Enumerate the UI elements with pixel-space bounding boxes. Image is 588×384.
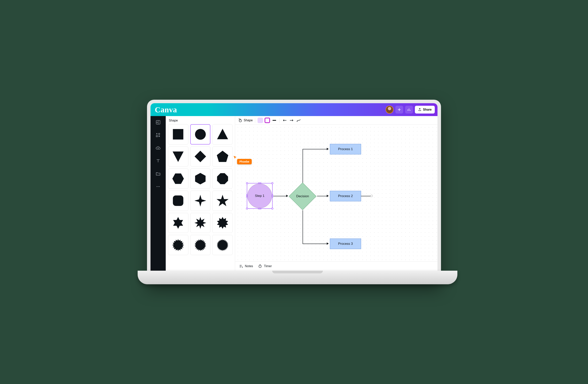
shape-tool[interactable]: Shape bbox=[238, 117, 253, 123]
svg-marker-19 bbox=[194, 217, 206, 229]
node-step1[interactable]: Step 1 bbox=[247, 184, 272, 208]
node-decision[interactable]: Decision bbox=[288, 182, 317, 211]
share-button[interactable]: Share bbox=[415, 106, 435, 114]
folder-icon bbox=[156, 171, 161, 176]
connection-endpoint[interactable] bbox=[370, 195, 373, 197]
rail-elements[interactable] bbox=[155, 133, 161, 138]
burst-24-icon bbox=[216, 239, 229, 251]
square-icon bbox=[171, 128, 185, 141]
svg-marker-12 bbox=[172, 173, 184, 184]
circle-icon bbox=[194, 128, 207, 141]
pentagon-icon bbox=[216, 150, 229, 163]
node-process1-label: Process 1 bbox=[338, 147, 353, 151]
line-end-arrow[interactable] bbox=[289, 118, 294, 123]
shape-tool-icon bbox=[238, 118, 242, 122]
rail-more[interactable] bbox=[155, 184, 161, 189]
brand-logo[interactable]: Canva bbox=[155, 105, 177, 114]
node-process3-label: Process 3 bbox=[338, 242, 353, 246]
share-label: Share bbox=[423, 108, 432, 111]
templates-icon bbox=[156, 120, 161, 125]
shape-option-triangle-down[interactable] bbox=[168, 146, 188, 167]
node-step1-selection[interactable]: Step 1 bbox=[247, 183, 273, 209]
rail-projects[interactable] bbox=[155, 171, 161, 176]
edge-to-process3[interactable] bbox=[303, 244, 328, 244]
shape-option-star-5[interactable] bbox=[212, 191, 232, 211]
edge-to-process2[interactable] bbox=[317, 196, 328, 196]
svg-marker-22 bbox=[194, 239, 206, 251]
add-button[interactable] bbox=[395, 106, 403, 114]
fill-color-swatch[interactable] bbox=[257, 118, 263, 123]
canvas[interactable]: Phoebe Step 1 Decision bbox=[235, 125, 438, 261]
svg-marker-23 bbox=[217, 239, 228, 251]
shape-option-burst-10[interactable] bbox=[212, 213, 232, 233]
more-icon bbox=[156, 184, 161, 189]
avatar[interactable] bbox=[386, 106, 393, 114]
shape-option-hexagon-pointy[interactable] bbox=[190, 169, 210, 189]
rounded-square-icon bbox=[171, 194, 185, 207]
shape-option-star-4[interactable] bbox=[190, 191, 210, 211]
edge-decision-vertical[interactable] bbox=[303, 149, 303, 183]
node-process3[interactable]: Process 3 bbox=[330, 239, 361, 249]
star-6-icon bbox=[171, 216, 185, 229]
svg-rect-2 bbox=[156, 135, 158, 137]
bar-chart-icon bbox=[407, 108, 411, 112]
shape-option-pentagon[interactable] bbox=[212, 146, 232, 167]
shape-option-square[interactable] bbox=[168, 124, 188, 144]
text-icon bbox=[156, 158, 161, 163]
edge-to-process1[interactable] bbox=[303, 149, 328, 149]
top-bar: Canva Share bbox=[150, 103, 438, 116]
line-start-arrow[interactable] bbox=[282, 118, 287, 123]
hexagon-pointy-icon bbox=[194, 172, 207, 185]
rail-templates[interactable] bbox=[155, 119, 161, 125]
burst-16-icon bbox=[171, 239, 185, 251]
shape-option-star-8[interactable] bbox=[190, 213, 210, 233]
hexagon-icon bbox=[171, 172, 185, 185]
svg-marker-17 bbox=[216, 195, 229, 206]
svg-marker-8 bbox=[217, 129, 228, 139]
svg-marker-11 bbox=[217, 151, 228, 162]
triangle-icon bbox=[216, 128, 229, 141]
rail-uploads[interactable] bbox=[155, 145, 161, 151]
svg-point-5 bbox=[159, 186, 160, 187]
timer-icon bbox=[258, 264, 262, 268]
edge-process2-out[interactable] bbox=[361, 196, 371, 196]
svg-marker-14 bbox=[217, 173, 228, 184]
elements-icon bbox=[156, 133, 161, 138]
timer-button[interactable]: Timer bbox=[258, 264, 272, 268]
line-curve[interactable] bbox=[296, 118, 301, 123]
shape-option-triangle[interactable] bbox=[212, 124, 232, 144]
node-process2[interactable]: Process 2 bbox=[330, 191, 361, 201]
outline-color-swatch[interactable] bbox=[265, 118, 270, 123]
burst-20-icon bbox=[194, 239, 207, 251]
analytics-button[interactable] bbox=[405, 106, 413, 114]
timer-label: Timer bbox=[264, 265, 272, 268]
node-process1[interactable]: Process 1 bbox=[330, 144, 361, 154]
shape-option-circle[interactable] bbox=[190, 124, 210, 144]
divider bbox=[279, 118, 280, 123]
triangle-down-icon bbox=[171, 150, 185, 163]
collab-user-label: Phoebe bbox=[237, 159, 252, 164]
shape-option-star-6[interactable] bbox=[168, 213, 188, 233]
notes-button[interactable]: Notes bbox=[239, 264, 253, 268]
plus-icon bbox=[397, 108, 401, 112]
rail-text[interactable] bbox=[155, 158, 161, 164]
star-8-icon bbox=[194, 216, 207, 229]
shape-option-hexagon[interactable] bbox=[168, 169, 188, 189]
svg-marker-9 bbox=[173, 152, 184, 162]
node-step1-label: Step 1 bbox=[255, 194, 264, 198]
svg-marker-21 bbox=[172, 239, 184, 251]
shape-option-burst-16[interactable] bbox=[168, 235, 188, 255]
shape-option-rounded-square[interactable] bbox=[168, 191, 188, 211]
svg-marker-18 bbox=[173, 217, 183, 229]
arrow-left-icon bbox=[282, 119, 287, 122]
line-weight-control[interactable] bbox=[272, 118, 277, 123]
shape-option-burst-24[interactable] bbox=[212, 235, 232, 255]
octagon-alt-icon bbox=[216, 172, 229, 185]
shape-option-diamond[interactable] bbox=[190, 146, 210, 167]
edge-step1-decision[interactable] bbox=[273, 196, 287, 196]
svg-point-24 bbox=[239, 119, 242, 122]
shape-option-octagon-alt[interactable] bbox=[212, 169, 232, 189]
shape-option-burst-20[interactable] bbox=[190, 235, 210, 255]
shape-tool-label: Shape bbox=[244, 119, 253, 122]
divider bbox=[255, 118, 255, 123]
